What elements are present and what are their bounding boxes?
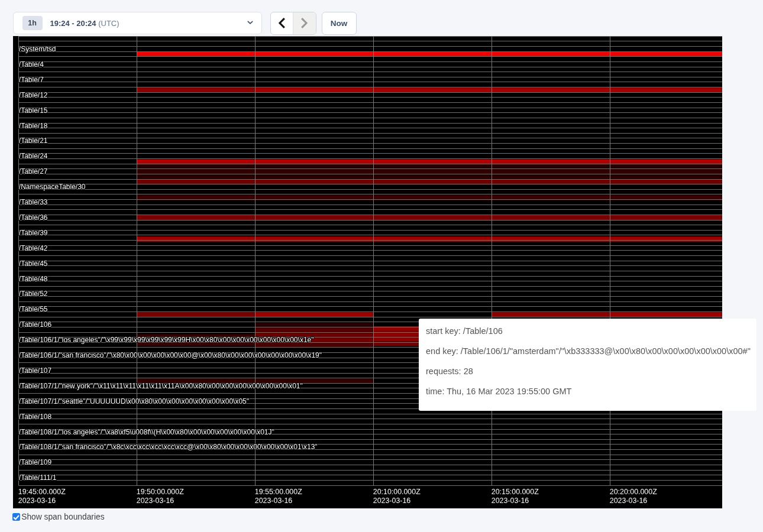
svg-text:2023-03-16: 2023-03-16 <box>610 497 647 505</box>
svg-text:/Table/24: /Table/24 <box>19 152 48 160</box>
svg-text:/Table/4: /Table/4 <box>19 60 44 69</box>
svg-text:/Table/52: /Table/52 <box>19 290 48 298</box>
svg-text:/Table/106: /Table/106 <box>19 320 52 329</box>
svg-text:/Table/12: /Table/12 <box>19 91 48 99</box>
svg-text:19:45:00.000Z: 19:45:00.000Z <box>18 488 66 496</box>
svg-text:/Table/27: /Table/27 <box>19 167 48 176</box>
svg-text:/Table/111/1: /Table/111/1 <box>19 473 57 482</box>
svg-text:2023-03-16: 2023-03-16 <box>492 497 529 505</box>
svg-text:/Table/45: /Table/45 <box>19 259 48 268</box>
svg-text:19:50:00.000Z: 19:50:00.000Z <box>137 488 184 496</box>
svg-text:/Table/107/1/"new york"/"\x11\: /Table/107/1/"new york"/"\x11\x11\x11\x1… <box>19 382 303 390</box>
svg-text:2023-03-16: 2023-03-16 <box>18 497 56 505</box>
svg-text:/Table/18: /Table/18 <box>19 122 48 130</box>
svg-text:/Table/33: /Table/33 <box>19 198 48 206</box>
svg-text:/Table/7: /Table/7 <box>19 76 44 84</box>
svg-text:/Table/108/1/"san francisco"/": /Table/108/1/"san francisco"/"\x8c\xcc\x… <box>19 443 318 451</box>
svg-text:/NamespaceTable/30: /NamespaceTable/30 <box>19 183 86 191</box>
svg-text:/Table/42: /Table/42 <box>19 244 48 252</box>
svg-text:19:55:00.000Z: 19:55:00.000Z <box>255 488 302 496</box>
svg-text:/Table/107: /Table/107 <box>19 366 52 375</box>
svg-text:/Table/106/1/"san francisco"/": /Table/106/1/"san francisco"/"\x80\x00\x… <box>19 351 322 359</box>
svg-text:/Table/109: /Table/109 <box>19 458 52 466</box>
svg-text:/Table/107/1/"seattle"/"UUUUUU: /Table/107/1/"seattle"/"UUUUUUD\x00\x80\… <box>19 397 249 406</box>
svg-text:/Table/21: /Table/21 <box>19 137 48 145</box>
svg-text:/Table/39: /Table/39 <box>19 229 48 237</box>
svg-text:20:20:00.000Z: 20:20:00.000Z <box>610 488 657 496</box>
svg-text:/Table/106/1/"los angeles"/"\x: /Table/106/1/"los angeles"/"\x99\x99\x99… <box>19 336 314 344</box>
svg-text:2023-03-16: 2023-03-16 <box>373 497 410 505</box>
svg-text:/Table/15: /Table/15 <box>19 106 48 115</box>
svg-text:/Table/36: /Table/36 <box>19 213 48 222</box>
svg-text:20:15:00.000Z: 20:15:00.000Z <box>492 488 539 496</box>
svg-text:/Table/48: /Table/48 <box>19 275 48 283</box>
svg-text:/Table/55: /Table/55 <box>19 305 48 313</box>
svg-text:20:10:00.000Z: 20:10:00.000Z <box>373 488 421 496</box>
svg-text:2023-03-16: 2023-03-16 <box>255 497 292 505</box>
svg-text:/Table/108/1/"los angeles"/"\x: /Table/108/1/"los angeles"/"\xa8\xf5\u00… <box>19 428 274 436</box>
svg-text:/System/tsd: /System/tsd <box>19 45 56 53</box>
svg-text:/Table/108: /Table/108 <box>19 413 52 421</box>
svg-text:2023-03-16: 2023-03-16 <box>137 497 174 505</box>
